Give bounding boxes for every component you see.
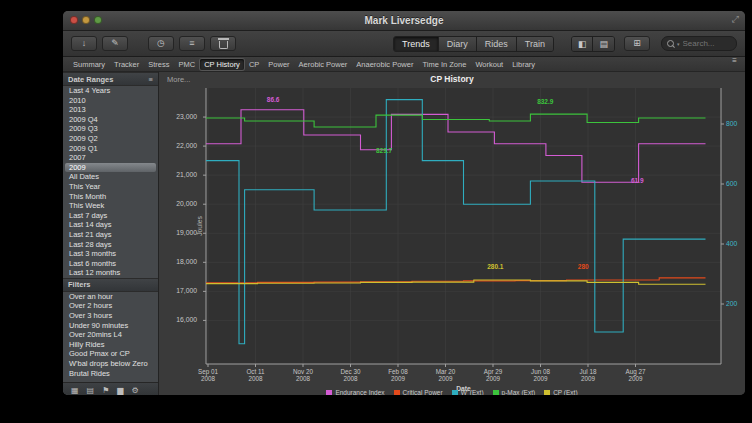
chart-tab[interactable]: CP History xyxy=(200,59,244,70)
date-range-item[interactable]: 2013 xyxy=(63,105,158,115)
svg-text:Mar 202009: Mar 202009 xyxy=(436,368,456,382)
date-range-item[interactable]: 2010 xyxy=(63,96,158,106)
date-ranges-header[interactable]: Date Ranges ≡ xyxy=(63,72,158,86)
svg-text:17,000: 17,000 xyxy=(176,287,197,294)
options-button[interactable]: ≡ xyxy=(179,36,205,51)
date-range-item[interactable]: 2009 Q3 xyxy=(63,124,158,134)
clock-icon: ◷ xyxy=(157,37,165,50)
date-range-item[interactable]: 2009 xyxy=(65,163,156,173)
svg-text:Sep 012008: Sep 012008 xyxy=(198,368,218,382)
chart-tab[interactable]: Workout xyxy=(471,59,507,70)
date-ranges-list: Last 4 Years201020132009 Q42009 Q32009 Q… xyxy=(63,86,158,278)
search-input[interactable] xyxy=(683,39,731,48)
date-range-item[interactable]: Last 14 days xyxy=(63,220,158,230)
svg-text:800: 800 xyxy=(726,120,738,127)
filter-item[interactable]: Good Pmax or CP xyxy=(63,349,158,359)
manual-entry-button[interactable]: ✎ xyxy=(102,36,128,51)
filter-item[interactable]: Brutal Rides xyxy=(63,369,158,379)
schedule-button[interactable]: ◷ xyxy=(148,36,174,51)
date-range-item[interactable]: 2009 Q1 xyxy=(63,144,158,154)
date-range-item[interactable]: Last 6 months xyxy=(63,259,158,269)
sliders-icon: ≡ xyxy=(189,37,194,50)
window-controls xyxy=(70,16,102,24)
chart-legend: Endurance Index Critical Power W' (Ext) … xyxy=(159,389,745,395)
legend-label: Endurance Index xyxy=(335,389,384,395)
sidebar-tool-icon[interactable]: ▤ xyxy=(87,383,95,395)
legend-label: W' (Ext) xyxy=(461,389,484,395)
date-range-item[interactable]: This Week xyxy=(63,201,158,211)
cp-history-plot[interactable]: 23,00022,00021,00020,00019,00018,00017,0… xyxy=(159,72,745,395)
sidebar-toolbar: ▦▤⚑▆⚙ xyxy=(63,382,158,395)
filters-header[interactable]: Filters xyxy=(63,278,158,292)
svg-text:280: 280 xyxy=(578,263,589,270)
sidebar-tool-icon[interactable]: ▦ xyxy=(71,383,79,395)
svg-text:280.1: 280.1 xyxy=(487,263,504,270)
minimize-button[interactable] xyxy=(82,16,90,24)
date-range-item[interactable]: 2007 xyxy=(63,153,158,163)
legend-item: p-Max (Ext) xyxy=(493,389,536,395)
chart-tab[interactable]: Tracker xyxy=(110,59,143,70)
zoom-button[interactable] xyxy=(94,16,102,24)
search-icon xyxy=(667,40,674,47)
filter-item[interactable]: W'bal drops below Zero xyxy=(63,359,158,369)
svg-text:Aug 272009: Aug 272009 xyxy=(626,368,646,382)
sidebar-toggle-icon[interactable]: ◧ xyxy=(572,37,594,51)
date-range-item[interactable]: This Year xyxy=(63,182,158,192)
fullscreen-icon[interactable]: ⤢ xyxy=(732,14,739,25)
sidebar-tool-icon[interactable]: ⚑ xyxy=(102,383,109,395)
svg-text:18,000: 18,000 xyxy=(176,258,197,265)
filter-item[interactable]: Under 90 minutes xyxy=(63,321,158,331)
view-segment[interactable]: Diary xyxy=(439,37,477,51)
chart-tab[interactable]: Library xyxy=(508,59,539,70)
filter-item[interactable]: Hilly Rides xyxy=(63,340,158,350)
tile-view-button[interactable]: ⊞ xyxy=(624,36,650,51)
chart-tab[interactable]: Stress xyxy=(144,59,173,70)
view-switcher: TrendsDiaryRidesTrain xyxy=(393,36,554,52)
legend-item: Endurance Index xyxy=(326,389,384,395)
date-range-item[interactable]: All Dates xyxy=(63,172,158,182)
date-range-item[interactable]: This Month xyxy=(63,192,158,202)
close-button[interactable] xyxy=(70,16,78,24)
filter-item[interactable]: Over an hour xyxy=(63,292,158,302)
chart-tab[interactable]: Power xyxy=(264,59,293,70)
svg-text:20,000: 20,000 xyxy=(176,200,197,207)
search-field[interactable]: ▾ xyxy=(661,36,737,51)
tab-overflow-menu-icon[interactable]: ≡ xyxy=(732,56,737,65)
date-range-item[interactable]: 2009 Q4 xyxy=(63,115,158,125)
filters-title: Filters xyxy=(68,280,91,289)
date-ranges-menu-icon[interactable]: ≡ xyxy=(149,75,153,84)
chart-tab[interactable]: Aerobic Power xyxy=(295,59,352,70)
date-range-item[interactable]: Last 21 days xyxy=(63,230,158,240)
date-range-item[interactable]: 2009 Q2 xyxy=(63,134,158,144)
lowbar-toggle-icon[interactable]: ▤ xyxy=(593,37,614,51)
svg-text:Apr 292009: Apr 292009 xyxy=(484,368,503,382)
app-window: Mark Liversedge ⤢ ↓ ✎ ◷ ≡ TrendsDiaryRid… xyxy=(63,11,745,395)
date-range-item[interactable]: Last 7 days xyxy=(63,211,158,221)
view-segment[interactable]: Rides xyxy=(477,37,517,51)
chart-tab[interactable]: Anaerobic Power xyxy=(352,59,417,70)
view-segment[interactable]: Trends xyxy=(394,37,439,51)
filter-item[interactable]: Over 3 hours xyxy=(63,311,158,321)
tile-icon: ⊞ xyxy=(633,37,641,50)
sidebar-tool-icon[interactable]: ▆ xyxy=(117,383,123,395)
chart-tab[interactable]: Time In Zone xyxy=(418,59,470,70)
delete-button[interactable] xyxy=(210,36,236,51)
chart-tab[interactable]: PMC xyxy=(175,59,200,70)
sidebar-tool-icon[interactable]: ⚙ xyxy=(131,383,138,395)
import-button[interactable]: ↓ xyxy=(71,36,97,51)
view-segment[interactable]: Train xyxy=(517,37,553,51)
svg-text:22,000: 22,000 xyxy=(176,142,197,149)
date-range-item[interactable]: Last 12 months xyxy=(63,268,158,278)
date-range-item[interactable]: Last 3 months xyxy=(63,249,158,259)
chart-tab[interactable]: CP xyxy=(245,59,263,70)
filter-item[interactable]: Over 20mins L4 xyxy=(63,330,158,340)
svg-text:829.7: 829.7 xyxy=(376,147,393,154)
filter-item[interactable]: Over 2 hours xyxy=(63,301,158,311)
legend-swatch xyxy=(493,390,499,396)
chart-tab-bar: SummaryTrackerStressPMCCP HistoryCPPower… xyxy=(63,57,745,72)
search-scope-arrow-icon[interactable]: ▾ xyxy=(677,41,680,47)
date-range-item[interactable]: Last 4 Years xyxy=(63,86,158,96)
chart-tab[interactable]: Summary xyxy=(69,59,109,70)
date-range-item[interactable]: Last 28 days xyxy=(63,240,158,250)
svg-text:Jul 182009: Jul 182009 xyxy=(580,368,597,382)
